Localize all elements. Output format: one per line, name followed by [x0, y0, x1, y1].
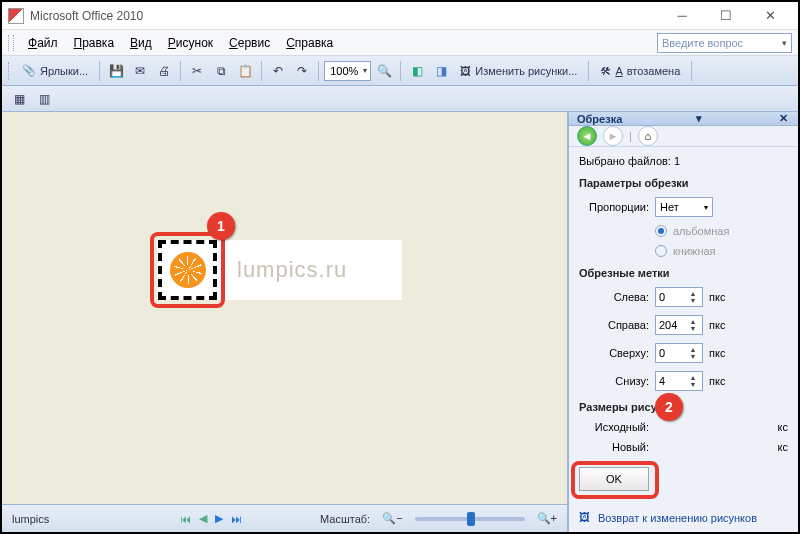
zoom-out-icon[interactable]: 🔍− [382, 512, 402, 525]
annotation-badge-2: 2 [655, 393, 683, 421]
right-input[interactable]: 204▲▼ [655, 315, 703, 335]
size-title: Размеры рисунка [579, 401, 788, 413]
side-panel-nav: ◄ ► | ⌂ [569, 126, 798, 147]
save-button[interactable]: 💾 [105, 60, 127, 82]
nav-last-icon[interactable]: ⏭ [231, 513, 242, 525]
top-input[interactable]: 0▲▼ [655, 343, 703, 363]
zoom-in-icon[interactable]: 🔍+ [537, 512, 557, 525]
nav-home-icon[interactable]: ⌂ [638, 126, 658, 146]
right-label: Справа: [579, 319, 649, 331]
copy-button[interactable]: ⧉ [210, 60, 232, 82]
redo-button[interactable]: ↷ [291, 60, 313, 82]
orientation-portrait-radio[interactable] [655, 245, 667, 257]
aspect-select[interactable]: Нет ▾ [655, 197, 713, 217]
new-label: Новый: [579, 441, 649, 453]
status-filename: lumpics [12, 513, 102, 525]
edit-pictures-button[interactable]: 🖼 Изменить рисунки... [454, 60, 583, 82]
annotation-badge-1: 1 [207, 212, 235, 240]
menu-edit[interactable]: Правка [68, 33, 121, 53]
side-panel-body: Выбрано файлов: 1 Параметры обрезки Проп… [569, 147, 798, 533]
zoom-combo[interactable]: 100% ▾ [324, 61, 371, 81]
viewbar: ▦ ▥ [2, 86, 798, 112]
original-label: Исходный: [579, 421, 649, 433]
app-window: Microsoft Office 2010 ─ ☐ ✕ Файл Правка … [0, 0, 800, 534]
side-panel-header: Обрезка ▾ ✕ [569, 112, 798, 126]
window-title: Microsoft Office 2010 [30, 9, 660, 23]
ok-highlight [571, 461, 659, 499]
top-label: Сверху: [579, 347, 649, 359]
panel-close-icon[interactable]: ✕ [776, 112, 790, 125]
zoom-thumb[interactable] [467, 512, 475, 526]
spinner-icon[interactable]: ▲▼ [687, 318, 699, 332]
toolbar-grip[interactable] [8, 62, 12, 80]
original-dims: кс [778, 421, 788, 433]
panel-menu-icon[interactable]: ▾ [692, 112, 706, 125]
spinner-icon[interactable]: ▲▼ [687, 374, 699, 388]
chevron-down-icon: ▾ [363, 66, 367, 75]
paste-button[interactable]: 📋 [234, 60, 256, 82]
left-label: Слева: [579, 291, 649, 303]
side-panel-title: Обрезка [577, 113, 622, 125]
zoom-slider[interactable] [415, 517, 525, 521]
canvas[interactable]: lumpics.ru 1 [2, 112, 567, 504]
ask-question-box[interactable]: Введите вопрос ▾ [657, 33, 792, 53]
print-button[interactable]: 🖨 [153, 60, 175, 82]
nav-forward-icon[interactable]: ► [603, 126, 623, 146]
crop-marks-title: Обрезные метки [579, 267, 788, 279]
chevron-down-icon: ▾ [782, 38, 787, 48]
orientation-landscape-label: альбомная [673, 225, 729, 237]
thumbnail-view-button[interactable]: ▦ [8, 88, 30, 110]
selected-files-text: Выбрано файлов: 1 [579, 155, 788, 167]
aspect-label: Пропорции: [579, 201, 649, 213]
menu-view[interactable]: Вид [124, 33, 158, 53]
nav-next-icon[interactable]: ▶ [215, 512, 223, 525]
back-arrow-icon: 🖼 [579, 511, 593, 525]
content-area: lumpics.ru 1 lumpics ⏮ ◀ ▶ ⏭ Масштаб: [2, 112, 798, 532]
spinner-icon[interactable]: ▲▼ [687, 346, 699, 360]
tool-a-button[interactable]: ◧ [406, 60, 428, 82]
left-input[interactable]: 0▲▼ [655, 287, 703, 307]
unit-label: пкс [709, 347, 725, 359]
nav-prev-icon[interactable]: ◀ [199, 512, 207, 525]
titlebar: Microsoft Office 2010 ─ ☐ ✕ [2, 2, 798, 30]
menu-tools[interactable]: Сервис [223, 33, 276, 53]
chevron-down-icon: ▾ [704, 203, 708, 212]
spinner-icon[interactable]: ▲▼ [687, 290, 699, 304]
bottom-input[interactable]: 4▲▼ [655, 371, 703, 391]
canvas-area: lumpics.ru 1 lumpics ⏮ ◀ ▶ ⏭ Масштаб: [2, 112, 568, 532]
crop-params-title: Параметры обрезки [579, 177, 788, 189]
zoom-label: Масштаб: [320, 513, 370, 525]
autocorrect-icon: 🛠 [600, 65, 611, 77]
orientation-landscape-radio[interactable] [655, 225, 667, 237]
ask-placeholder: Введите вопрос [662, 37, 743, 49]
mail-button[interactable]: ✉ [129, 60, 151, 82]
shortcuts-icon: 📎 [22, 64, 36, 77]
shortcuts-button[interactable]: 📎 Ярлыки... [16, 60, 94, 82]
maximize-button[interactable]: ☐ [704, 2, 748, 29]
tool-b-button[interactable]: ◨ [430, 60, 452, 82]
back-to-edit-link[interactable]: 🖼 Возврат к изменению рисунков [579, 511, 788, 525]
menu-picture[interactable]: Рисунок [162, 33, 219, 53]
menu-help[interactable]: Справка [280, 33, 339, 53]
menubar: Файл Правка Вид Рисунок Сервис Справка В… [2, 30, 798, 56]
filmstrip-view-button[interactable]: ▥ [33, 88, 55, 110]
toolbar: 📎 Ярлыки... 💾 ✉ 🖨 ✂ ⧉ 📋 ↶ ↷ 100% ▾ 🔍 ◧ ◨… [2, 56, 798, 86]
orientation-portrait-label: книжная [673, 245, 716, 257]
app-icon [8, 8, 24, 24]
autocorrect-button[interactable]: 🛠 Автозамена [594, 60, 686, 82]
side-panel: Обрезка ▾ ✕ ◄ ► | ⌂ Выбрано файлов: 1 Па… [568, 112, 798, 532]
undo-button[interactable]: ↶ [267, 60, 289, 82]
menu-file[interactable]: Файл [22, 33, 64, 53]
cut-button[interactable]: ✂ [186, 60, 208, 82]
menubar-grip[interactable] [8, 35, 14, 51]
minimize-button[interactable]: ─ [660, 2, 704, 29]
unit-label: пкс [709, 375, 725, 387]
zoom-fit-button[interactable]: 🔍 [373, 60, 395, 82]
unit-label: пкс [709, 291, 725, 303]
close-button[interactable]: ✕ [748, 2, 792, 29]
nav-back-icon[interactable]: ◄ [577, 126, 597, 146]
new-dims: кс [778, 441, 788, 453]
statusbar: lumpics ⏮ ◀ ▶ ⏭ Масштаб: 🔍− 🔍+ [2, 504, 567, 532]
crop-selection[interactable] [158, 240, 217, 300]
nav-first-icon[interactable]: ⏮ [180, 513, 191, 525]
